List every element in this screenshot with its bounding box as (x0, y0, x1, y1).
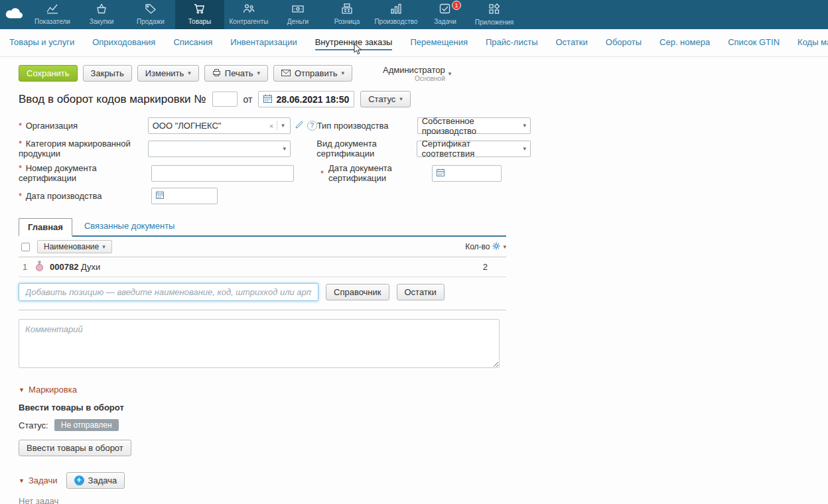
cert-number-label: * Номер документа сертификации (19, 163, 151, 183)
nav-item-label: Производство (374, 18, 417, 25)
catalog-button[interactable]: Справочник (326, 284, 389, 300)
qty-column-label: Кол-во (465, 242, 490, 251)
document-tabs: Главная Связанные документы (19, 218, 506, 237)
nav-item-goods[interactable]: Товары (175, 0, 224, 29)
tab-receipts[interactable]: Оприходования (92, 37, 155, 50)
enter-goods-button[interactable]: Ввести товары в оборот (19, 440, 131, 456)
cert-kind-select[interactable]: Сертификат соответствия ▾ (417, 141, 531, 157)
print-menu-button[interactable]: Печать▾ (204, 65, 268, 82)
document-date-input[interactable]: 28.06.2021 18:50 (258, 91, 354, 107)
tasks-check-icon (439, 3, 451, 16)
tab-internal-orders[interactable]: Внутренние заказы (315, 37, 393, 50)
help-icon[interactable]: ? (307, 121, 317, 131)
positions-table: Наименование▾ Кол-во ▾ 1 000782 Духи 2 С… (19, 237, 506, 310)
clear-icon[interactable]: × (266, 122, 277, 130)
nav-item-counterparties[interactable]: Контрагенты (224, 0, 273, 29)
tab-inventories[interactable]: Инвентаризации (230, 37, 297, 50)
tab-turnover[interactable]: Обороты (606, 37, 642, 50)
production-date-input[interactable] (151, 188, 218, 204)
tab-marking-codes[interactable]: Коды марки (797, 37, 828, 50)
chevron-down-icon: ▾ (523, 146, 526, 152)
save-button[interactable]: Сохранить (19, 65, 78, 82)
cloud-logo-icon (5, 8, 23, 21)
chevron-down-icon: ▾ (523, 123, 526, 129)
chevron-down-icon[interactable]: ▾ (503, 244, 506, 250)
nav-item-sales[interactable]: Продажи (126, 0, 175, 29)
price-tag-icon (145, 3, 157, 16)
marking-section-header[interactable]: ▼ Маркировка (19, 385, 531, 395)
organization-value: ООО "ЛОГНЕКС" (153, 121, 222, 131)
tab-price-lists[interactable]: Прайс-листы (486, 37, 538, 50)
people-icon (243, 3, 255, 16)
status-button[interactable]: Статус▾ (360, 91, 411, 107)
close-button[interactable]: Закрыть (83, 65, 132, 82)
nav-item-money[interactable]: Деньги (273, 0, 322, 29)
chevron-down-icon[interactable]: ▾ (277, 123, 286, 129)
nav-item-label: Закупки (90, 18, 113, 25)
category-select[interactable]: ▾ (148, 141, 291, 157)
select-all-checkbox[interactable] (21, 243, 30, 251)
nav-item-indicators[interactable]: Показатели (28, 0, 77, 29)
tasks-section-title: Задачи (29, 475, 58, 485)
edit-pencil-icon[interactable] (295, 121, 303, 131)
tab-gtin-list[interactable]: Список GTIN (728, 37, 780, 50)
comment-textarea[interactable] (19, 319, 500, 368)
apps-grid-icon (488, 3, 500, 17)
calendar-icon (437, 168, 445, 178)
page-title: Ввод в оборот кодов маркировки № (19, 93, 206, 106)
stock-button[interactable]: Остатки (397, 284, 445, 300)
add-task-button[interactable]: + Задача (66, 472, 125, 489)
tab-goods-services[interactable]: Товары и услуги (9, 37, 74, 50)
tab-stock[interactable]: Остатки (555, 37, 587, 50)
tab-transfers[interactable]: Перемещения (410, 37, 467, 50)
cert-number-input[interactable] (151, 165, 294, 182)
from-label: от (243, 94, 253, 105)
chevron-down-icon: ▾ (283, 146, 287, 152)
mouse-cursor (354, 43, 363, 57)
table-row[interactable]: 1 000782 Духи 2 (19, 257, 506, 277)
chevron-down-icon: ▾ (188, 70, 191, 76)
cert-kind-label: Вид документа сертификации (316, 139, 417, 158)
chevron-down-icon: ▾ (448, 71, 452, 77)
nav-item-production[interactable]: Производство (372, 0, 421, 29)
tasks-section-toggle[interactable]: ▼ Задачи (19, 475, 58, 485)
tab-writeoffs[interactable]: Списания (173, 37, 212, 50)
cert-date-label: * Дата документа сертификации (320, 163, 432, 183)
calendar-icon (263, 94, 272, 105)
document-number-input[interactable] (212, 92, 238, 107)
nav-item-label: Контрагенты (230, 18, 269, 25)
marking-subtitle: Ввести товары в оборот (19, 403, 531, 412)
nav-item-tasks[interactable]: Задачи 1 (421, 0, 470, 29)
tab-linked-documents[interactable]: Связанные документы (84, 218, 175, 235)
product-image (35, 261, 44, 273)
print-label: Печать (225, 68, 253, 78)
document-toolbar: Сохранить Закрыть Изменить▾ Печать▾ Отпр… (19, 65, 531, 82)
nav-item-apps[interactable]: Приложения (470, 0, 519, 29)
production-type-select[interactable]: Собственное производство ▾ (417, 117, 531, 134)
user-menu[interactable]: Администратор Основной ▾ (383, 65, 451, 82)
marking-status-label: Статус: (19, 420, 48, 430)
tab-main[interactable]: Главная (19, 218, 72, 237)
printer-icon (212, 68, 221, 78)
cert-date-input[interactable] (432, 165, 502, 182)
nav-item-purchases[interactable]: Закупки (77, 0, 126, 29)
row-quantity: 2 (483, 262, 506, 272)
nav-item-retail[interactable]: Розница (322, 0, 372, 29)
chevron-down-icon: ▾ (341, 70, 344, 76)
nav-item-label: Товары (188, 18, 211, 25)
name-column-label: Наименование (44, 242, 99, 251)
send-menu-button[interactable]: Отправить▾ (273, 65, 352, 82)
cart-icon (194, 3, 206, 16)
chevron-down-icon: ▾ (257, 70, 260, 76)
add-position-input[interactable] (19, 283, 318, 301)
edit-menu-button[interactable]: Изменить▾ (137, 65, 199, 82)
document-header: Ввод в оборот кодов маркировки № от 28.0… (19, 91, 531, 107)
organization-combobox[interactable]: ООО "ЛОГНЕКС" × ▾ (148, 117, 291, 134)
tab-serial-numbers[interactable]: Сер. номера (659, 37, 710, 50)
add-position-row: Справочник Остатки (19, 283, 506, 310)
chevron-down-icon: ▾ (399, 96, 403, 102)
name-column-button[interactable]: Наименование▾ (37, 240, 112, 253)
production-type-value: Собственное производство (422, 116, 523, 136)
app-logo[interactable] (0, 0, 28, 29)
gear-icon[interactable] (492, 242, 500, 252)
